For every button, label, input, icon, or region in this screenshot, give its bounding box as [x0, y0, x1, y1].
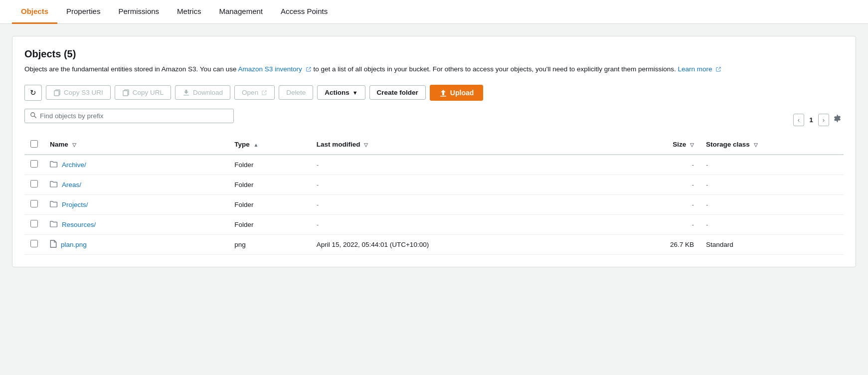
- download-icon: [182, 89, 190, 96]
- tab-permissions[interactable]: Permissions: [109, 0, 168, 24]
- settings-gear-button[interactable]: [831, 112, 844, 127]
- tab-management[interactable]: Management: [210, 0, 272, 24]
- row-checkbox-0[interactable]: [30, 160, 38, 168]
- table-row: Areas/Folder---: [24, 175, 844, 194]
- copy-url-label: Copy URL: [133, 89, 164, 96]
- toolbar: ↻ Copy S3 URI Copy URL Download Open Del…: [24, 85, 844, 101]
- tab-access-points[interactable]: Access Points: [272, 0, 337, 24]
- pagination-area: ‹ 1 ›: [793, 112, 844, 127]
- s3-inventory-link[interactable]: Amazon S3 inventory: [238, 65, 302, 73]
- download-label: Download: [193, 89, 223, 96]
- col-header-check: [24, 135, 44, 155]
- pagination-current: 1: [806, 116, 816, 124]
- col-header-storage[interactable]: Storage class ▽: [700, 135, 844, 155]
- table-row: plan.pngpngApril 15, 2022, 05:44:01 (UTC…: [24, 234, 844, 254]
- search-pagination-row: ‹ 1 ›: [24, 109, 844, 131]
- object-name-link-1[interactable]: Areas/: [62, 181, 81, 188]
- copy-url-button[interactable]: Copy URL: [115, 85, 171, 100]
- cell-type-0: Folder: [228, 155, 311, 175]
- refresh-icon: ↻: [30, 88, 36, 97]
- create-folder-label: Create folder: [377, 89, 418, 96]
- select-all-checkbox[interactable]: [30, 140, 38, 148]
- actions-button[interactable]: Actions ▼: [317, 85, 365, 100]
- learn-more-link[interactable]: Learn more: [678, 65, 712, 73]
- search-input[interactable]: [40, 112, 228, 120]
- col-header-size[interactable]: Size ▽: [597, 135, 700, 155]
- sort-size-icon: ▽: [690, 142, 694, 148]
- search-bar: [24, 109, 234, 123]
- open-button[interactable]: Open: [234, 85, 275, 100]
- cell-type-2: Folder: [228, 194, 311, 214]
- col-header-name[interactable]: Name ▽: [44, 135, 228, 155]
- object-name-link-0[interactable]: Archive/: [62, 161, 86, 169]
- gear-icon: [833, 114, 842, 123]
- actions-label: Actions: [325, 89, 349, 96]
- svg-rect-3: [440, 96, 446, 97]
- card-title: Objects (5): [24, 48, 844, 60]
- row-checkbox-1[interactable]: [30, 180, 38, 188]
- col-header-type[interactable]: Type ▲: [228, 135, 311, 155]
- card-description: Objects are the fundamental entities sto…: [24, 64, 844, 75]
- tab-objects[interactable]: Objects: [12, 0, 57, 24]
- folder-icon: [50, 180, 58, 189]
- tab-properties[interactable]: Properties: [57, 0, 109, 24]
- file-icon: [50, 240, 57, 249]
- sort-storage-icon: ▽: [754, 142, 758, 148]
- pagination-next[interactable]: ›: [818, 114, 829, 126]
- cell-storage-4: Standard: [700, 234, 844, 254]
- cell-storage-3: -: [700, 214, 844, 234]
- objects-card: Objects (5) Objects are the fundamental …: [12, 36, 856, 267]
- object-name-link-2[interactable]: Projects/: [62, 201, 88, 208]
- sort-name-icon: ▽: [72, 142, 76, 148]
- col-header-modified[interactable]: Last modified ▽: [311, 135, 598, 155]
- cell-storage-1: -: [700, 175, 844, 194]
- row-checkbox-2[interactable]: [30, 200, 38, 207]
- cell-type-4: png: [228, 234, 311, 254]
- cell-storage-0: -: [700, 155, 844, 175]
- cell-modified-0: -: [311, 155, 598, 175]
- objects-table: Name ▽ Type ▲ Last modified ▽ Size ▽: [24, 135, 844, 255]
- svg-rect-0: [54, 91, 59, 96]
- external-link-icon-2: [715, 66, 721, 72]
- open-label: Open: [242, 89, 258, 96]
- upload-label: Upload: [450, 89, 474, 97]
- folder-icon: [50, 220, 58, 229]
- external-link-icon-1: [306, 66, 312, 72]
- pagination-prev[interactable]: ‹: [793, 114, 804, 126]
- copy-s3-uri-button[interactable]: Copy S3 URI: [46, 85, 111, 100]
- search-icon: [30, 112, 37, 120]
- open-external-icon: [261, 90, 267, 96]
- cell-modified-3: -: [311, 214, 598, 234]
- upload-icon: [439, 89, 447, 97]
- row-checkbox-4[interactable]: [30, 240, 38, 247]
- delete-label: Delete: [286, 89, 306, 96]
- upload-button[interactable]: Upload: [430, 85, 483, 101]
- cell-modified-2: -: [311, 194, 598, 214]
- copy-icon-s3: [53, 89, 61, 96]
- cell-size-4: 26.7 KB: [597, 234, 700, 254]
- table-body: Archive/Folder---Areas/Folder---Projects…: [24, 155, 844, 255]
- table-row: Resources/Folder---: [24, 214, 844, 234]
- svg-line-5: [34, 116, 36, 118]
- sort-type-icon: ▲: [253, 142, 258, 148]
- row-checkbox-3[interactable]: [30, 220, 38, 227]
- cell-modified-4: April 15, 2022, 05:44:01 (UTC+10:00): [311, 234, 598, 254]
- delete-button[interactable]: Delete: [279, 85, 313, 100]
- table-row: Archive/Folder---: [24, 155, 844, 175]
- object-name-link-4[interactable]: plan.png: [61, 241, 87, 248]
- copy-icon-url: [122, 89, 130, 96]
- copy-s3-uri-label: Copy S3 URI: [64, 89, 103, 96]
- tab-metrics[interactable]: Metrics: [168, 0, 210, 24]
- refresh-button[interactable]: ↻: [24, 85, 42, 101]
- sort-modified-icon: ▽: [364, 142, 368, 148]
- create-folder-button[interactable]: Create folder: [369, 85, 426, 100]
- table-row: Projects/Folder---: [24, 194, 844, 214]
- main-content: Objects (5) Objects are the fundamental …: [0, 24, 868, 267]
- chevron-down-icon: ▼: [352, 90, 358, 96]
- tabs-bar: Objects Properties Permissions Metrics M…: [0, 0, 868, 24]
- download-button[interactable]: Download: [175, 85, 230, 100]
- table-header-row: Name ▽ Type ▲ Last modified ▽ Size ▽: [24, 135, 844, 155]
- object-name-link-3[interactable]: Resources/: [62, 221, 96, 228]
- cell-type-3: Folder: [228, 214, 311, 234]
- cell-size-2: -: [597, 194, 700, 214]
